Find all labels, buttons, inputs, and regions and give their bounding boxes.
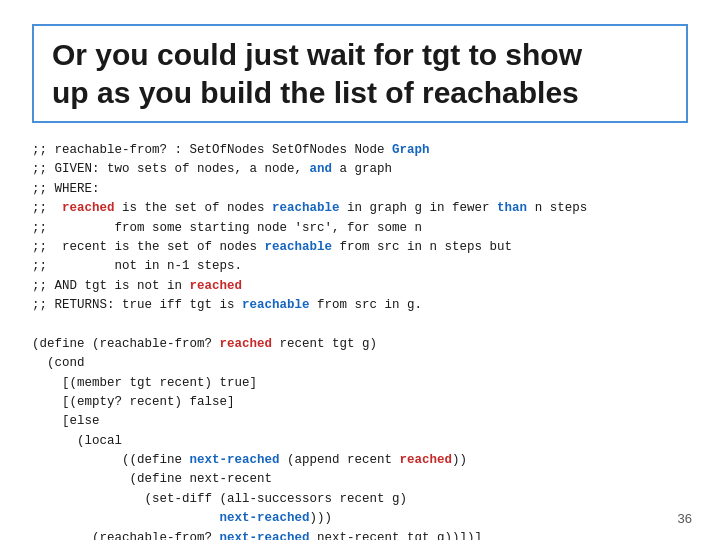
- page-number: 36: [678, 511, 692, 526]
- comment-2: ;; GIVEN: two sets of nodes, a node, and…: [32, 162, 392, 176]
- title-box: Or you could just wait for tgt to show u…: [32, 24, 688, 123]
- title-line1: Or you could just wait for tgt to show: [52, 38, 582, 71]
- slide: Or you could just wait for tgt to show u…: [0, 0, 720, 540]
- title-text: Or you could just wait for tgt to show u…: [52, 36, 668, 111]
- comment-3: ;; WHERE:: [32, 182, 100, 196]
- comment-8: ;; AND tgt is not in reached: [32, 279, 242, 293]
- comment-7: ;; not in n-1 steps.: [32, 259, 242, 273]
- comment-5: ;; from some starting node 'src', for so…: [32, 221, 422, 235]
- comment-4: ;; reached is the set of nodes reachable…: [32, 201, 587, 215]
- comment-1: ;; reachable-from? : SetOfNodes SetOfNod…: [32, 143, 430, 157]
- code-block: ;; reachable-from? : SetOfNodes SetOfNod…: [32, 141, 688, 540]
- title-line2: up as you build the list of reachables: [52, 76, 579, 109]
- comment-6: ;; recent is the set of nodes reachable …: [32, 240, 512, 254]
- comment-9: ;; RETURNS: true iff tgt is reachable fr…: [32, 298, 422, 312]
